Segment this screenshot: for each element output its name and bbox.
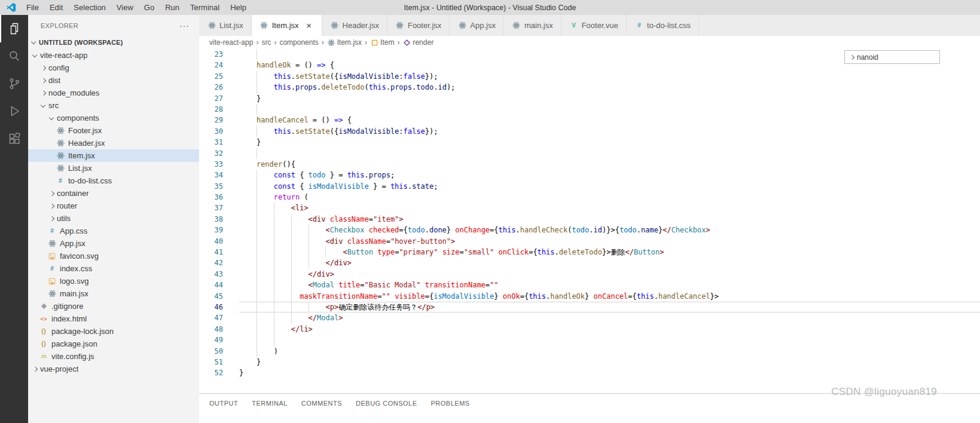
breadcrumb-item[interactable]: Item [370,38,394,47]
nanoid-popup[interactable]: nanoid [844,50,940,64]
tree-item-favicon-svg[interactable]: favicon.svg [28,250,199,262]
tab-header-jsx[interactable]: Header.jsx [322,15,387,36]
extensions-icon[interactable] [0,125,28,152]
code-content[interactable]: this.props.deleteTodo(this.props.todo.id… [239,82,980,93]
panel-tab-debug-console[interactable]: DEBUG CONSOLE [356,400,417,407]
menu-go[interactable]: Go [139,0,160,15]
tree-item-config[interactable]: config [28,62,199,74]
tree-item-container[interactable]: container [28,187,199,200]
tab-item-jsx[interactable]: Item.jsx× [252,15,322,36]
tree-item-app-css[interactable]: #App.css [28,225,199,237]
close-icon[interactable]: × [304,21,314,30]
code-content[interactable]: maskTransitionName="" visible={isModalVi… [239,291,980,302]
menu-terminal[interactable]: Terminal [185,0,225,15]
indent-guide [257,302,257,312]
tree-item-app-jsx[interactable]: App.jsx [28,237,199,250]
code-content[interactable]: <Checkbox checked={todo.done} onChange={… [239,225,980,235]
tab-main-jsx[interactable]: main.jsx [504,15,561,36]
code-content[interactable]: <p>确定删除该待办任务吗？</p> [239,302,980,312]
code-content[interactable]: } [239,357,980,367]
panel-tab-terminal[interactable]: TERMINAL [252,400,288,407]
menu-help[interactable]: Help [225,0,252,15]
tree-item-utils[interactable]: utils [28,212,199,225]
code-content[interactable]: } [239,367,980,378]
code-content[interactable] [239,104,980,115]
tab-list-jsx[interactable]: List.jsx [199,15,252,36]
indent-guide [274,214,274,225]
code-editor[interactable]: 23 24 handleOk = () => {25 this.setState… [199,49,980,393]
code-content[interactable]: </div> [239,258,980,268]
tree-item-src[interactable]: src [28,99,199,112]
line-number: 41 [199,247,239,258]
tree-item-item-jsx[interactable]: Item.jsx [28,149,199,162]
code-content[interactable]: this.setState({isModalVisible:false}); [239,71,980,82]
run-debug-icon[interactable] [0,97,28,125]
menu-run[interactable]: Run [160,0,185,15]
tree-item-logo-svg[interactable]: logo.svg [28,275,199,287]
line-number: 50 [199,346,239,357]
menu-file[interactable]: File [21,0,44,15]
panel-tab-comments[interactable]: COMMENTS [301,400,342,407]
code-content[interactable]: </li> [239,324,980,335]
more-actions-icon[interactable]: ··· [179,21,190,30]
tree-item-to-do-list-css[interactable]: #to-do-list.css [28,174,199,187]
code-content[interactable]: render(){ [239,159,980,170]
code-content[interactable]: return ( [239,192,980,203]
code-content[interactable]: <div className="hover-button"> [239,236,980,247]
tree-item-index-css[interactable]: #index.css [28,262,199,275]
tree-item-footer-jsx[interactable]: Footer.jsx [28,124,199,137]
tree-item-vue-project[interactable]: vue-project [28,363,199,375]
tree-item-package-lock-json[interactable]: {}package-lock.json [28,325,199,338]
code-content[interactable]: const { todo } = this.props; [239,170,980,180]
code-content[interactable]: <Modal title="Basic Modal" transitionNam… [239,280,980,290]
tree-item-vite-react-app[interactable]: vite-react-app [28,49,199,62]
json-icon: {} [39,327,48,336]
tree-item-dist[interactable]: dist [28,74,199,87]
code-content[interactable]: this.setState({isModalVisible:false}); [239,126,980,137]
code-content[interactable]: <div className="item"> [239,214,980,225]
code-content[interactable]: </div> [239,269,980,280]
panel-tab-output[interactable]: OUTPUT [209,400,238,407]
breadcrumb-components[interactable]: components [279,38,318,47]
tree-item-router[interactable]: router [28,200,199,212]
explorer-icon[interactable] [0,15,28,42]
breadcrumb-item-jsx[interactable]: Item.jsx [327,38,362,47]
editor-lines: 23 24 handleOk = () => {25 this.setState… [199,49,980,379]
code-content[interactable]: <Button type="primary" size="small" onCl… [239,247,980,258]
code-content[interactable]: </Modal> [239,312,980,323]
react-icon [512,21,521,30]
tree-item-package-json[interactable]: {}package.json [28,338,199,350]
tab-to-do-list-css[interactable]: #to-do-list.css [627,15,699,36]
tree-item-gitignore[interactable]: .gitignore [28,300,199,312]
menu-edit[interactable]: Edit [44,0,68,15]
tree-item-vite-config-js[interactable]: JSvite.config.js [28,350,199,363]
breadcrumb-src[interactable]: src [261,38,271,47]
code-content[interactable]: handleCancel = () => { [239,115,980,125]
code-content[interactable]: <li> [239,203,980,213]
tab-app-jsx[interactable]: App.jsx [450,15,504,36]
line-number: 23 [199,49,239,60]
tab-footer-jsx[interactable]: Footer.jsx [387,15,450,36]
search-icon[interactable] [0,42,28,70]
menu-selection[interactable]: Selection [68,0,111,15]
tree-item-list-jsx[interactable]: List.jsx [28,162,199,174]
breadcrumb-render[interactable]: render [402,38,433,47]
code-content[interactable]: ) [239,346,980,357]
panel-tab-problems[interactable]: PROBLEMS [431,400,470,407]
tree-item-components[interactable]: components [28,112,199,124]
tree-item-index-html[interactable]: <>index.html [28,312,199,325]
source-control-icon[interactable] [0,70,28,97]
tree-item-main-jsx[interactable]: main.jsx [28,287,199,300]
workspace-section-header[interactable]: UNTITLED (WORKSPACE) [28,36,199,49]
menu-view[interactable]: View [111,0,139,15]
code-content[interactable]: const { isModalVisible } = this.state; [239,181,980,192]
code-content[interactable] [239,335,980,345]
code-content[interactable]: } [239,137,980,148]
tab-footer-vue[interactable]: VFooter.vue [561,15,627,36]
code-line: 39 <Checkbox checked={todo.done} onChang… [199,225,980,235]
tree-item-node-modules[interactable]: node_modules [28,87,199,99]
breadcrumb-vite-react-app[interactable]: vite-react-app [209,38,253,47]
code-content[interactable] [239,148,980,159]
tree-item-header-jsx[interactable]: Header.jsx [28,137,199,149]
code-content[interactable]: } [239,93,980,104]
